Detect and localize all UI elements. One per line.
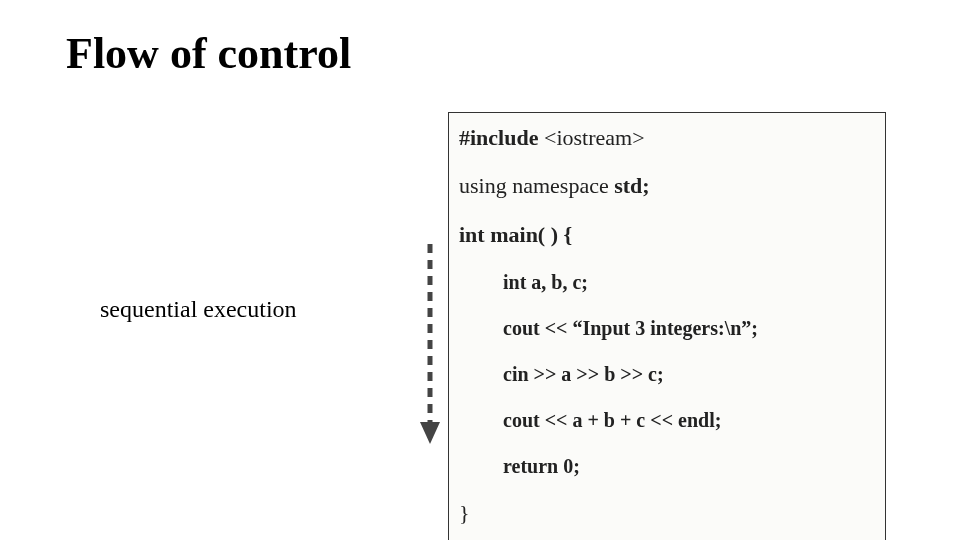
code-line-using: using namespace std; [459, 173, 875, 199]
arrow-down-icon [418, 244, 442, 444]
code-line-include: #include <iostream> [459, 125, 875, 151]
code-box: #include <iostream> using namespace std;… [448, 112, 886, 540]
slide: Flow of control sequential execution #in… [0, 0, 960, 540]
code-line-cout1: cout << “Input 3 integers:\n”; [459, 316, 875, 340]
code-line-cout2: cout << a + b + c << endl; [459, 408, 875, 432]
code-line-main: int main( ) { [459, 222, 875, 248]
code-line-return: return 0; [459, 454, 875, 478]
slide-title: Flow of control [66, 28, 351, 79]
code-line-brace: } [459, 500, 875, 526]
code-line-cin: cin >> a >> b >> c; [459, 362, 875, 386]
sequential-execution-label: sequential execution [100, 296, 297, 323]
code-line-decl: int a, b, c; [459, 270, 875, 294]
svg-marker-1 [420, 422, 440, 444]
